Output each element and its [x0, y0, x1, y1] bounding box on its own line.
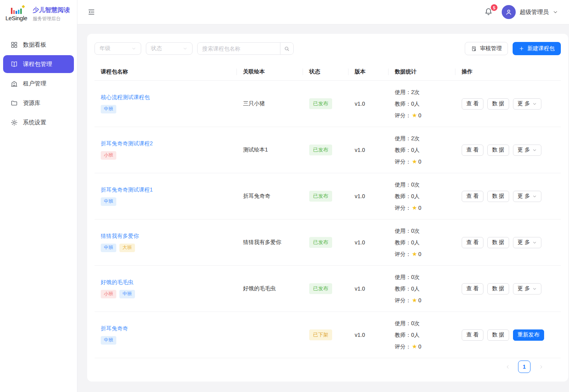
status-badge: 已发布: [309, 191, 332, 202]
sidebar-item-label: 租户管理: [23, 80, 46, 87]
grade-tags: 中班大班: [101, 244, 231, 252]
teachers-stat: 教师：0人: [395, 329, 449, 341]
stats: 使用：2次 教师：0人 评分：★0: [389, 81, 455, 127]
data-button[interactable]: 数 据: [487, 329, 509, 341]
data-button[interactable]: 数 据: [487, 237, 509, 248]
status-badge: 已发布: [309, 145, 332, 155]
view-button[interactable]: 查 看: [462, 145, 483, 156]
sidebar-item-dashboard[interactable]: 数据看板: [3, 36, 74, 54]
data-button[interactable]: 数 据: [487, 191, 509, 202]
republish-button[interactable]: 重新发布: [513, 329, 544, 341]
col-header-package-name: 课程包名称: [95, 63, 237, 81]
col-header-version: 版本: [348, 63, 389, 81]
sidebar-item-label: 系统设置: [23, 119, 46, 126]
status-badge: 已发布: [309, 283, 332, 294]
usage-stat: 使用：0次: [395, 271, 449, 283]
topbar: 5 超级管理员: [77, 0, 569, 24]
linked-book: 测试绘本1: [237, 127, 303, 173]
stats: 使用：0次 教师：0人 评分：★0: [389, 266, 455, 312]
star-icon: ★: [412, 158, 417, 165]
table-header-row: 课程包名称 关联绘本 状态 版本 数据统计 操作: [95, 63, 561, 81]
grade-tags: 小班中班: [101, 290, 231, 298]
next-page-icon[interactable]: [535, 361, 547, 373]
view-button[interactable]: 查 看: [462, 329, 483, 341]
package-name-link[interactable]: 折耳兔奇奇: [101, 325, 128, 332]
search-input[interactable]: [198, 43, 280, 54]
brand: LeSingle 少儿智慧阅读 服务管理后台: [0, 0, 77, 28]
package-name-link[interactable]: 折耳兔奇奇测试课程1: [101, 186, 153, 193]
user-menu[interactable]: 超级管理员: [502, 5, 558, 19]
more-button[interactable]: 更 多: [513, 98, 541, 110]
notification-bell-icon[interactable]: 5: [484, 7, 494, 17]
grade-tags: 中班: [101, 336, 231, 345]
package-name-link[interactable]: 核心流程测试课程包: [101, 94, 150, 101]
sidebar-item-tenants[interactable]: 租户管理: [3, 75, 74, 92]
table-row: 核心流程测试课程包 中班 三只小猪 已发布 v1.0 使用：2次 教师：0人 评…: [95, 81, 561, 127]
view-button[interactable]: 查 看: [462, 98, 483, 110]
view-button[interactable]: 查 看: [462, 191, 483, 202]
package-name-link[interactable]: 猜猜我有多爱你: [101, 233, 139, 240]
star-icon: ★: [412, 343, 417, 350]
version: v1.0: [348, 312, 389, 358]
sidebar-item-resources[interactable]: 资源库: [3, 94, 74, 112]
usage-stat: 使用：2次: [395, 132, 449, 144]
audit-icon: [471, 46, 477, 52]
status-select[interactable]: 状态: [146, 42, 193, 55]
row-actions: 查 看 数 据 更 多: [462, 191, 555, 202]
grade-tag: 中班: [101, 105, 116, 113]
grade-select[interactable]: 年级: [95, 42, 141, 55]
rating-stat: 评分：★0: [395, 202, 449, 214]
main-content: 年级 状态 审核管理: [77, 24, 569, 392]
folder-icon: [11, 99, 18, 107]
grade-tag: 中班: [101, 244, 116, 252]
view-button[interactable]: 查 看: [462, 283, 483, 294]
create-package-button[interactable]: 新建课程包: [513, 42, 561, 55]
star-icon: ★: [412, 112, 417, 118]
star-icon: ★: [412, 204, 417, 211]
prev-page-icon[interactable]: [502, 361, 513, 373]
app-title: 少儿智慧阅读: [33, 6, 70, 14]
version: v1.0: [348, 266, 389, 312]
status-select-label: 状态: [151, 45, 162, 52]
lesingle-logo: LeSingle: [4, 7, 29, 21]
data-button[interactable]: 数 据: [487, 283, 509, 294]
view-button[interactable]: 查 看: [462, 237, 483, 248]
package-name-link[interactable]: 好饿的毛毛虫: [101, 279, 133, 286]
chevron-down-icon: [131, 46, 136, 51]
menu-fold-icon[interactable]: [86, 7, 97, 17]
dashboard-icon: [11, 41, 18, 49]
chevron-down-icon: [532, 148, 537, 152]
package-name-link[interactable]: 折耳兔奇奇测试课程2: [101, 140, 153, 147]
grade-tag: 大班: [119, 244, 135, 252]
status-badge: 已发布: [309, 237, 332, 248]
linked-book: 猜猜我有多爱你: [237, 220, 303, 266]
status-badge: 已发布: [309, 98, 332, 109]
audit-management-button[interactable]: 审核管理: [465, 42, 508, 55]
plus-icon: [519, 46, 524, 51]
more-button[interactable]: 更 多: [513, 191, 541, 202]
version: v1.0: [348, 220, 389, 266]
more-button[interactable]: 更 多: [513, 145, 541, 156]
chevron-down-icon: [183, 46, 187, 51]
more-button[interactable]: 更 多: [513, 237, 541, 248]
chevron-down-icon: [532, 287, 537, 291]
content-card: 年级 状态 审核管理: [87, 34, 568, 382]
data-button[interactable]: 数 据: [487, 98, 509, 110]
logo-bars-icon: [11, 7, 22, 14]
rating-stat: 评分：★0: [395, 110, 449, 121]
linked-book: [237, 312, 303, 358]
linked-book: 折耳兔奇奇: [237, 173, 303, 220]
chevron-down-icon: [532, 240, 537, 245]
page-1-button[interactable]: 1: [518, 361, 530, 373]
grade-tag: 中班: [101, 197, 116, 206]
search-button[interactable]: [280, 43, 293, 54]
linked-book: 三只小猪: [237, 81, 303, 127]
col-header-actions: 操作: [455, 63, 561, 81]
sidebar-item-course-packages[interactable]: 课程包管理: [3, 55, 74, 73]
grade-tags: 小班: [101, 151, 231, 160]
sidebar-item-settings[interactable]: 系统设置: [3, 113, 74, 131]
data-button[interactable]: 数 据: [487, 145, 509, 156]
more-button[interactable]: 更 多: [513, 283, 541, 294]
col-header-linked-book: 关联绘本: [237, 63, 303, 81]
building-icon: [11, 80, 18, 87]
